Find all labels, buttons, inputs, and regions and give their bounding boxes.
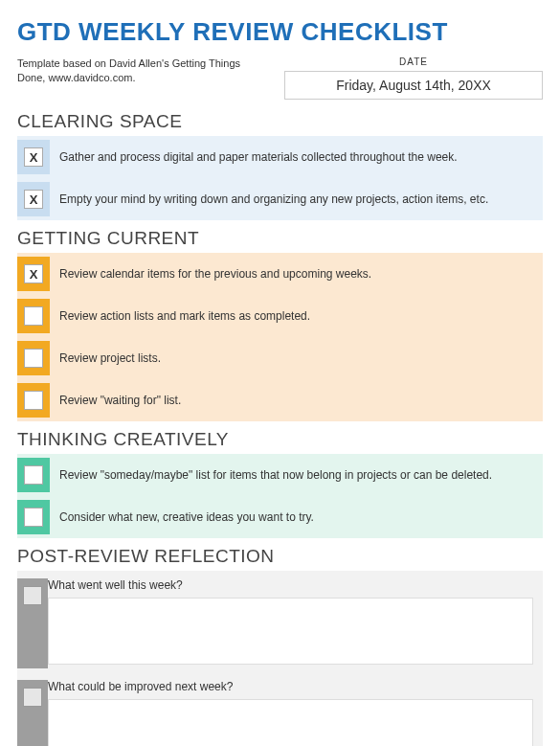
checklist-row: Review action lists and mark items as co… [17,295,543,337]
checkbox[interactable] [24,465,43,485]
date-block: DATE Friday, August 14th, 20XX [284,57,543,100]
checkbox[interactable] [24,391,43,410]
checkbox[interactable] [24,349,43,368]
reflection-prompt: What went well this week? [48,578,543,598]
checklist-text: Review "waiting for" list. [50,394,543,407]
checkbox[interactable] [24,508,43,527]
section-reflection: What went well this week? What could be … [17,571,543,746]
section-current-heading: GETTING CURRENT [17,228,543,249]
reflection-textarea[interactable] [48,598,533,665]
checkbox[interactable]: X [24,190,43,209]
reflection-row: What went well this week? [17,571,543,672]
checklist-text: Gather and process digital and paper mat… [50,150,543,164]
date-input[interactable]: Friday, August 14th, 20XX [284,71,543,100]
section-creative-heading: THINKING CREATIVELY [17,429,543,450]
checkbox[interactable] [23,688,42,707]
checklist-text: Empty your mind by writing down and orga… [50,192,543,206]
header-row: Template based on David Allen's Getting … [17,57,543,100]
checklist-text: Review "someday/maybe" list for items th… [50,468,543,482]
reflection-textarea[interactable] [48,699,533,746]
checklist-row: Review "someday/maybe" list for items th… [17,454,543,496]
section-clearing-heading: CLEARING SPACE [17,111,543,132]
section-current: X Review calendar items for the previous… [17,253,543,421]
checkbox[interactable]: X [24,264,43,283]
checkbox[interactable] [24,306,43,326]
section-reflection-heading: POST-REVIEW REFLECTION [17,546,543,567]
checklist-text: Review calendar items for the previous a… [50,267,543,281]
checklist-row: Review "waiting for" list. [17,379,543,421]
checklist-row: X Review calendar items for the previous… [17,253,543,295]
reflection-prompt: What could be improved next week? [48,680,543,699]
checklist-row: X Empty your mind by writing down and or… [17,178,543,220]
subtitle-text: Template based on David Allen's Getting … [17,57,266,86]
checkbox[interactable]: X [24,147,43,167]
section-creative: Review "someday/maybe" list for items th… [17,454,543,538]
checkbox[interactable] [23,586,42,605]
checklist-row: X Gather and process digital and paper m… [17,136,543,178]
date-label: DATE [284,57,543,67]
checklist-text: Consider what new, creative ideas you wa… [50,510,543,524]
page-title: GTD WEEKLY REVIEW CHECKLIST [17,17,543,47]
reflection-row: What could be improved next week? [17,672,543,746]
checklist-text: Review action lists and mark items as co… [50,309,543,323]
checklist-text: Review project lists. [50,351,543,365]
section-clearing: X Gather and process digital and paper m… [17,136,543,220]
checklist-row: Review project lists. [17,337,543,379]
checklist-row: Consider what new, creative ideas you wa… [17,496,543,538]
